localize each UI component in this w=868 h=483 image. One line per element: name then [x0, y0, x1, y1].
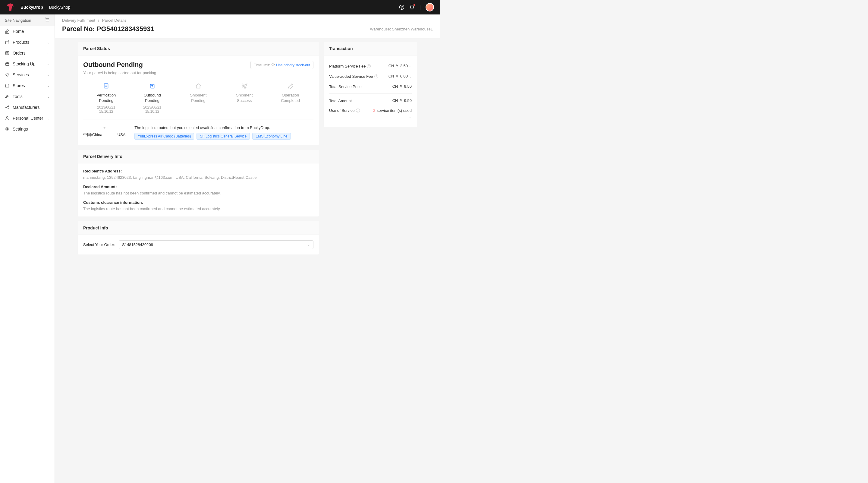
- step-title: ShipmentPending: [176, 93, 221, 103]
- step-icon: [241, 82, 248, 90]
- step-2: ShipmentPending: [176, 82, 221, 114]
- step-title: OperationCompleted: [267, 93, 313, 103]
- value-added-label: Value-added Service Fee: [329, 74, 373, 79]
- product-info-panel: Product Info Select Your Order: S1481528…: [78, 221, 319, 254]
- customs-value: The logistics route has not been confirm…: [83, 207, 313, 211]
- total-service-value: CN ￥ 9.50: [393, 84, 412, 89]
- step-date: 2023/06/2115:10:12: [83, 105, 129, 114]
- step-icon: [149, 82, 156, 90]
- warehouse-label: Warehouse: Shenzhen Warehouse1: [370, 27, 433, 31]
- total-amount-value: CN ￥ 9.50: [393, 98, 412, 103]
- route-from: 中国/China: [83, 132, 102, 138]
- transaction-panel: Transaction Platform Service Fee ? CN ￥ …: [324, 42, 417, 127]
- sidebar-item-label: Home: [13, 29, 24, 34]
- recipient-label: Recipient's Address:: [83, 169, 313, 173]
- sidebar-item-home[interactable]: Home: [0, 26, 55, 37]
- top-header: BuckyDrop BuckyShop |: [0, 0, 440, 14]
- sidebar-item-orders[interactable]: Orders⌄: [0, 48, 55, 59]
- status-title: Outbound Pending: [83, 61, 156, 69]
- delivery-info-title: Parcel Delivery Info: [78, 150, 319, 163]
- header-divider: |: [420, 5, 421, 10]
- parcel-status-title: Parcel Status: [78, 42, 319, 56]
- chevron-down-icon[interactable]: ⌄: [409, 64, 412, 68]
- sidebar-item-manufacturers[interactable]: Manufacturers: [0, 102, 55, 113]
- wrench-icon: [5, 94, 10, 99]
- priority-stockout-link[interactable]: Use priority stock-out: [276, 63, 310, 67]
- sidebar-title: Site Navigation: [5, 18, 31, 23]
- logo-icon: [6, 3, 14, 11]
- avatar[interactable]: [426, 3, 434, 11]
- order-select-label: Select Your Order:: [83, 242, 115, 247]
- shopping-bag-icon: [5, 40, 10, 44]
- help-icon[interactable]: ?: [356, 109, 360, 113]
- order-select-value: S1481528430209: [122, 242, 153, 247]
- sidebar-item-personal-center[interactable]: Personal Center⌄: [0, 113, 55, 124]
- sidebar-item-stocking-up[interactable]: Stocking Up⌄: [0, 59, 55, 69]
- sparkle-icon: [5, 72, 10, 77]
- sidebar-item-label: Settings: [13, 127, 28, 131]
- sidebar-item-label: Stores: [13, 83, 25, 88]
- breadcrumb: Delivery Fulfillment / Parcel Details: [55, 14, 440, 25]
- svg-rect-5: [6, 41, 9, 44]
- route-to: USA: [118, 132, 126, 137]
- chevron-down-icon: ⌄: [47, 73, 50, 77]
- route-tag[interactable]: YunExpress Air Cargo (Batteries): [134, 133, 194, 140]
- total-service-label: Total Service Price: [329, 84, 362, 89]
- route-tag[interactable]: SF Logistics General Service: [196, 133, 250, 140]
- collapse-icon[interactable]: [45, 18, 50, 23]
- svg-point-11: [6, 107, 7, 108]
- notification-dot: [413, 4, 415, 6]
- sidebar-item-settings[interactable]: Settings: [0, 124, 55, 134]
- step-3: ShipmentSuccess: [221, 82, 267, 114]
- total-amount-label: Total Amount: [329, 99, 352, 103]
- sidebar: Site Navigation HomeProducts⌄Orders⌄Stoc…: [0, 14, 55, 483]
- user-icon: [5, 116, 10, 121]
- svg-rect-10: [6, 63, 9, 65]
- brand-sub[interactable]: BuckyShop: [49, 5, 70, 10]
- home-icon: [5, 29, 10, 34]
- step-icon: [195, 82, 202, 90]
- notification-icon[interactable]: [409, 4, 415, 10]
- store-icon: [5, 83, 10, 88]
- help-icon[interactable]: ?: [374, 74, 378, 79]
- chevron-down-icon: ⌄: [47, 51, 50, 55]
- value-added-value: CN ￥ 6.00: [389, 73, 408, 79]
- use-service-label: Use of Service: [329, 108, 355, 113]
- plane-icon: ✈: [102, 125, 106, 130]
- sidebar-item-stores[interactable]: Stores⌄: [0, 80, 55, 91]
- sidebar-item-services[interactable]: Services⌄: [0, 69, 55, 80]
- sidebar-item-label: Orders: [13, 51, 26, 56]
- parcel-no: Parcel No: PG5401283435931: [62, 25, 154, 33]
- header-right: |: [399, 3, 434, 11]
- chevron-down-icon[interactable]: ⌄: [409, 74, 412, 79]
- sidebar-item-label: Stocking Up: [13, 61, 35, 66]
- platform-fee-value: CN ￥ 3.50: [389, 63, 408, 69]
- svg-point-0: [400, 5, 404, 10]
- gear-icon: [5, 127, 10, 131]
- help-icon[interactable]: ?: [367, 64, 371, 68]
- declared-label: Declared Amount:: [83, 184, 313, 189]
- sidebar-item-tools[interactable]: Tools⌄: [0, 91, 55, 102]
- svg-line-14: [6, 107, 8, 107]
- use-service-value: 2 service item(s) used: [373, 108, 412, 113]
- customs-label: Customs clearance information:: [83, 200, 313, 205]
- sidebar-item-label: Personal Center: [13, 116, 43, 121]
- clock-icon: [271, 63, 275, 67]
- platform-fee-label: Platform Service Fee: [329, 64, 366, 68]
- sidebar-item-label: Manufacturers: [13, 105, 39, 110]
- recipient-value: mannie,tang, 13924623023, tanglingman@16…: [83, 175, 313, 180]
- help-icon[interactable]: [399, 4, 404, 10]
- step-0: VerificationPending 2023/06/2115:10:12: [83, 82, 129, 114]
- transaction-title: Transaction: [324, 42, 417, 56]
- chevron-down-icon: ⌄: [47, 62, 50, 66]
- breadcrumb-lvl1[interactable]: Delivery Fulfillment: [62, 18, 95, 23]
- sidebar-item-products[interactable]: Products⌄: [0, 37, 55, 48]
- brand-name: BuckyDrop: [21, 5, 43, 10]
- order-select[interactable]: S1481528430209 ⌄: [119, 240, 313, 249]
- chevron-down-icon: ⌄: [47, 116, 50, 120]
- list-icon: [5, 51, 10, 56]
- chevron-down-icon[interactable]: ⌄: [409, 115, 412, 119]
- svg-point-13: [8, 108, 9, 109]
- svg-point-17: [7, 128, 8, 130]
- route-tag[interactable]: EMS Economy Line: [252, 133, 290, 140]
